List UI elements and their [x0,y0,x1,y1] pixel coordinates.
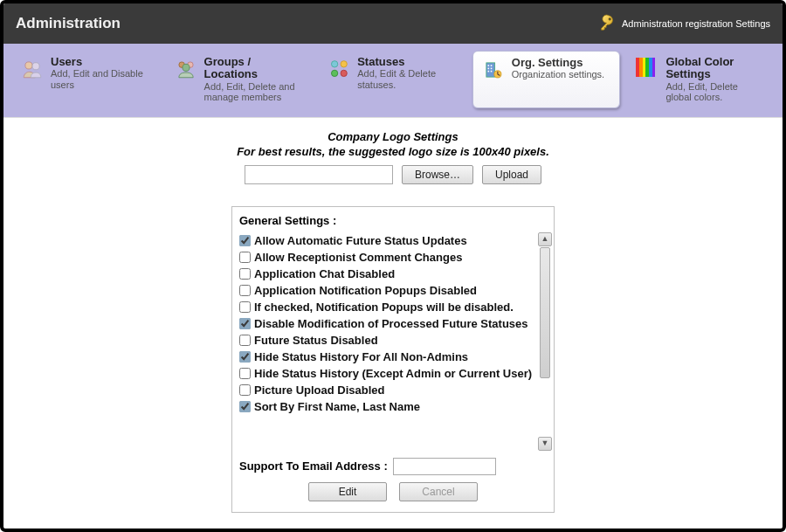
chevron-down-icon: ▼ [541,439,549,447]
setting-checkbox[interactable] [239,235,251,246]
setting-option: Allow Receptionist Comment Changes [239,249,536,266]
setting-checkbox[interactable] [239,384,251,396]
setting-checkbox[interactable] [239,335,251,346]
logo-upload-row: Browse… Upload [245,165,541,184]
ribbon-title: Users [51,56,150,68]
general-settings-panel: General Settings : Allow Automatic Futur… [231,206,555,513]
svg-point-0 [25,62,32,69]
logo-subheading: For best results, the suggested logo siz… [237,145,549,160]
svg-point-1 [32,63,39,70]
svg-rect-12 [487,68,489,70]
setting-checkbox[interactable] [239,368,251,379]
ribbon-title: Org. Settings [512,57,604,69]
setting-checkbox[interactable] [239,268,251,280]
cancel-button[interactable]: Cancel [399,482,478,501]
groups-icon [175,58,197,80]
setting-option: Application Notification Popups Disabled [239,282,536,299]
setting-label: Allow Automatic Future Status Updates [254,234,467,247]
setting-option: Disable Modification of Processed Future… [239,315,536,332]
ribbon-title: Groups / Locations [204,56,304,81]
scrollbar: ▲ ▼ [538,232,552,451]
global-colors-icon [636,58,658,80]
panel-actions: Edit Cancel [232,482,554,501]
ribbon-subtitle: Add, Edit, Delete global colors. [665,81,765,103]
scroll-thumb[interactable] [540,247,550,378]
setting-checkbox[interactable] [239,401,251,412]
ribbon-title: Global Color Settings [665,56,765,81]
svg-point-4 [183,64,190,71]
setting-option: If checked, Notification Popups will be … [239,299,536,315]
support-email-row: Support To Email Address : [232,454,554,482]
logo-file-field[interactable] [245,165,393,184]
setting-label: Sort By First Name, Last Name [254,400,420,413]
svg-rect-14 [487,71,489,73]
scroll-down-button[interactable]: ▼ [538,437,552,451]
top-bar: Administration Administration registrati… [3,3,783,44]
ribbon-nav: Users Add, Edit and Disable users Groups… [3,44,783,118]
setting-label: Hide Status History For All Non-Admins [254,350,468,363]
panel-title: General Settings : [232,214,554,229]
support-email-label: Support To Email Address : [239,459,388,473]
top-bar-right: Administration registration Settings [597,13,770,34]
upload-button[interactable]: Upload [482,165,541,184]
setting-checkbox[interactable] [239,318,251,329]
ribbon-item-statuses[interactable]: Statuses Add, Edit & Delete statuses. [319,51,465,108]
setting-option: Hide Status History (Except Admin or Cur… [239,365,536,382]
users-icon [21,58,44,80]
setting-checkbox[interactable] [239,285,251,296]
svg-rect-10 [487,65,489,66]
top-bar-text: Administration registration Settings [622,18,770,29]
ribbon-item-groups[interactable]: Groups / Locations Add, Edit, Delete and… [166,51,313,108]
setting-checkbox[interactable] [239,351,251,363]
org-settings-icon [482,59,505,81]
ribbon-title: Statuses [357,56,457,68]
key-icon [597,13,617,34]
scroll-up-button[interactable]: ▲ [538,232,552,246]
scroll-track[interactable] [538,247,552,436]
svg-point-5 [332,61,338,67]
svg-rect-11 [491,65,493,66]
setting-label: Future Status Disabled [254,334,378,347]
app-frame: Administration Administration registrati… [0,0,786,532]
svg-rect-13 [491,68,493,70]
setting-label: If checked, Notification Popups will be … [254,301,514,314]
ribbon-item-users[interactable]: Users Add, Edit and Disable users [12,51,159,108]
setting-option: Sort By First Name, Last Name [239,398,536,415]
ribbon-item-org-settings[interactable]: Org. Settings Organization settings. [472,51,621,108]
setting-label: Hide Status History (Except Admin or Cur… [254,367,532,380]
logo-heading: Company Logo Settings [237,130,549,145]
svg-rect-15 [491,71,493,73]
setting-option: Picture Upload Disabled [239,382,536,398]
svg-point-8 [341,70,347,76]
edit-button[interactable]: Edit [308,482,387,501]
svg-point-7 [332,70,338,76]
main-content: Company Logo Settings For best results, … [3,118,783,522]
setting-label: Picture Upload Disabled [254,383,385,397]
ribbon-subtitle: Add, Edit & Delete statuses. [357,68,457,90]
ribbon-subtitle: Add, Edit, Delete and manage members [204,81,304,103]
ribbon-subtitle: Add, Edit and Disable users [51,68,150,90]
setting-label: Disable Modification of Processed Future… [254,317,528,330]
setting-label: Application Chat Disabled [254,267,395,280]
ribbon-subtitle: Organization settings. [512,69,604,80]
setting-option: Future Status Disabled [239,332,536,349]
svg-point-6 [341,61,347,67]
chevron-up-icon: ▲ [541,235,549,243]
setting-option: Allow Automatic Future Status Updates [239,232,536,249]
setting-label: Allow Receptionist Comment Changes [254,251,462,264]
setting-option: Hide Status History For All Non-Admins [239,349,536,365]
settings-scroll-area: Allow Automatic Future Status UpdatesAll… [232,229,554,454]
setting-checkbox[interactable] [239,252,251,263]
setting-label: Application Notification Popups Disabled [254,284,477,297]
support-email-input[interactable] [393,458,496,475]
setting-option: Application Chat Disabled [239,266,536,282]
statuses-icon [328,58,350,80]
setting-checkbox[interactable] [239,301,251,313]
ribbon-item-global-colors[interactable]: Global Color Settings Add, Edit, Delete … [627,51,774,108]
browse-button[interactable]: Browse… [402,165,473,184]
logo-settings-header: Company Logo Settings For best results, … [237,130,549,160]
page-title: Administration [16,15,121,32]
